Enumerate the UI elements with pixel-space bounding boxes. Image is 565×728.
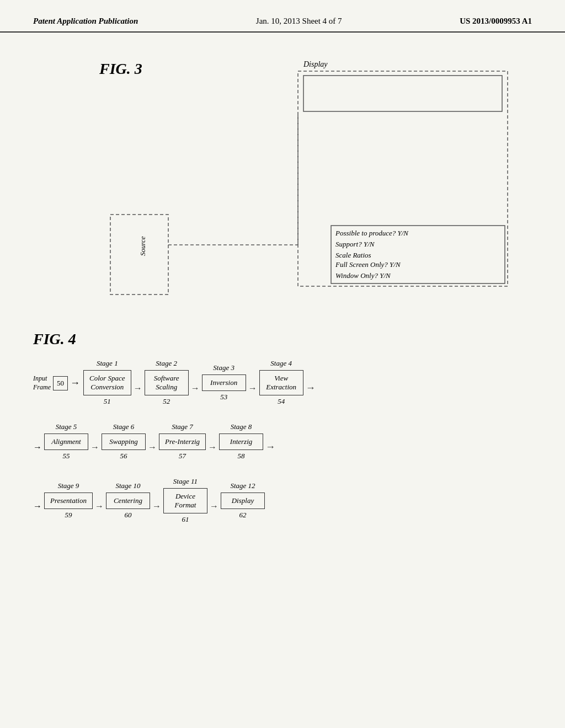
fig3-title: FIG. 3 xyxy=(99,60,142,78)
arrow-7-8: → xyxy=(208,442,217,452)
arrow-to-stage1: → xyxy=(70,377,80,389)
stage11-num: 61 xyxy=(182,515,189,524)
stage11-label: Stage 11 xyxy=(173,477,198,486)
stage10-box: Centering xyxy=(106,493,150,509)
arrow-3-4: → xyxy=(248,383,257,393)
date-sheet-label: Jan. 10, 2013 Sheet 4 of 7 xyxy=(256,17,342,26)
stage6-num: 56 xyxy=(120,452,127,461)
stage8-box: Interzig xyxy=(219,433,263,450)
stage-1-group: Stage 1 Color SpaceConversion 51 xyxy=(83,359,131,406)
fig3-diagram: FIG. 3 Display Possible to produce? Y/N … xyxy=(33,55,532,319)
arrow-row1-end: → xyxy=(306,382,316,394)
stage8-num: 58 xyxy=(238,452,245,461)
patent-number-label: US 2013/0009953 A1 xyxy=(460,17,532,26)
arrow-10-11: → xyxy=(152,501,161,511)
svg-text:Possible to produce? Y/N: Possible to produce? Y/N xyxy=(335,229,409,237)
stage5-box: Alignment xyxy=(44,433,88,450)
stage-7-group: Stage 7 Pre‑Interzig 57 xyxy=(159,422,206,461)
stage7-box: Pre‑Interzig xyxy=(159,433,206,450)
arrow-6-7: → xyxy=(148,442,157,452)
stage-12-group: Stage 12 Display 62 xyxy=(221,481,265,520)
stage6-label: Stage 6 xyxy=(113,422,135,431)
stage3-box: Inversion xyxy=(202,374,246,391)
input-box-50: 50 xyxy=(53,376,68,390)
arrow-row3-start: → xyxy=(33,501,42,511)
stage10-num: 60 xyxy=(124,511,131,520)
stage3-num: 53 xyxy=(220,393,227,402)
stage-4-group: Stage 4 ViewExtraction 54 xyxy=(259,359,303,406)
stage1-label: Stage 1 xyxy=(97,359,118,368)
pipeline-row-1: InputFrame 50 → Stage 1 Color SpaceConve… xyxy=(33,359,532,406)
stage-5-group: Stage 5 Alignment 55 xyxy=(44,422,88,461)
stage9-num: 59 xyxy=(65,511,72,520)
arrow-row2-end: → xyxy=(265,441,275,453)
stage12-num: 62 xyxy=(239,511,246,520)
stage4-label: Stage 4 xyxy=(270,359,292,368)
arrow-2-3: → xyxy=(191,383,200,393)
arrow-5-6: → xyxy=(90,442,99,452)
svg-rect-3 xyxy=(331,226,505,283)
stage-2-group: Stage 2 SoftwareScaling 52 xyxy=(145,359,189,406)
stage-6-group: Stage 6 Swapping 56 xyxy=(102,422,146,461)
stage-9-group: Stage 9 Presentation 59 xyxy=(44,481,93,520)
stage5-num: 55 xyxy=(63,452,70,461)
arrow-1-2: → xyxy=(134,383,142,393)
stage2-box: SoftwareScaling xyxy=(145,370,189,395)
fig4-title: FIG. 4 xyxy=(33,330,532,348)
stage7-label: Stage 7 xyxy=(172,422,193,431)
stage1-num: 51 xyxy=(104,397,111,406)
stage-8-group: Stage 8 Interzig 58 xyxy=(219,422,263,461)
stage-10-group: Stage 10 Centering 60 xyxy=(106,481,150,520)
page-header: Patent Application Publication Jan. 10, … xyxy=(0,0,565,33)
svg-rect-9 xyxy=(110,215,168,295)
stage4-num: 54 xyxy=(278,397,285,406)
svg-rect-0 xyxy=(298,71,508,286)
svg-text:Support? Y/N: Support? Y/N xyxy=(335,240,375,248)
stage8-label: Stage 8 xyxy=(231,422,252,431)
stage2-num: 52 xyxy=(163,397,170,406)
arrow-9-10: → xyxy=(95,501,104,511)
arrow-row2-start: → xyxy=(33,442,42,452)
stage1-box: Color SpaceConversion xyxy=(83,370,131,395)
fig4-diagram: FIG. 4 InputFrame 50 → Stage 1 Color Spa… xyxy=(33,330,532,524)
stage11-box: DeviceFormat xyxy=(163,488,207,513)
main-content: FIG. 3 Display Possible to produce? Y/N … xyxy=(0,33,565,552)
arrow-11-12: → xyxy=(210,501,218,511)
stage12-label: Stage 12 xyxy=(230,481,255,490)
stage4-box: ViewExtraction xyxy=(259,370,303,395)
svg-text:Source: Source xyxy=(138,236,147,256)
input-frame-label: InputFrame xyxy=(33,374,51,392)
publication-label: Patent Application Publication xyxy=(33,17,138,26)
stage-3-group: Stage 3 Inversion 53 xyxy=(202,363,246,402)
stage2-label: Stage 2 xyxy=(156,359,177,368)
stage12-box: Display xyxy=(221,493,265,509)
svg-text:Scale Ratios: Scale Ratios xyxy=(335,251,371,259)
svg-text:Display: Display xyxy=(303,60,328,68)
stage9-box: Presentation xyxy=(44,493,93,509)
stage3-label: Stage 3 xyxy=(213,363,234,372)
fig3-svg: Display Possible to produce? Y/N Support… xyxy=(33,55,532,319)
stage-11-group: Stage 11 DeviceFormat 61 xyxy=(163,477,207,524)
stage9-label: Stage 9 xyxy=(58,481,79,490)
pipeline-row-2: → Stage 5 Alignment 55 → Stage 6 Swappin… xyxy=(33,422,532,461)
svg-rect-2 xyxy=(303,76,502,111)
stage6-box: Swapping xyxy=(102,433,146,450)
pipeline-row-3: → Stage 9 Presentation 59 → Stage 10 Cen… xyxy=(33,477,532,524)
stage10-label: Stage 10 xyxy=(115,481,140,490)
svg-text:Window Only? Y/N: Window Only? Y/N xyxy=(335,271,391,280)
svg-text:Full Screen Only? Y/N: Full Screen Only? Y/N xyxy=(335,260,401,269)
stage7-num: 57 xyxy=(179,452,186,461)
stage5-label: Stage 5 xyxy=(56,422,77,431)
